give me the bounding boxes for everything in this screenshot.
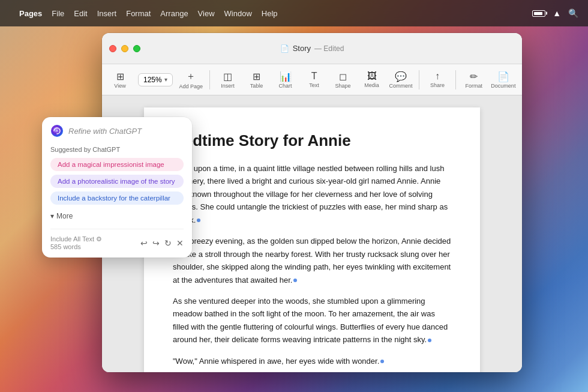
document-btn-icon: 📄 — [497, 71, 509, 82]
zoom-control[interactable]: 125% ▾ — [138, 73, 173, 86]
shape-label: Shape — [335, 83, 351, 89]
para-marker-3 — [428, 339, 431, 342]
spotlight-search-icon[interactable]: 🔍 — [568, 8, 578, 18]
panel-footer-actions: ↩ ↪ ↻ ✕ — [140, 238, 184, 248]
format-label: Format — [466, 83, 483, 89]
undo-button[interactable]: ↩ — [140, 238, 148, 248]
more-button[interactable]: ▾ More — [50, 211, 73, 222]
table-icon: ⊞ — [253, 71, 260, 82]
toolbar-shape-button[interactable]: ◻ Shape — [330, 68, 356, 91]
view-icon: ⊞ — [116, 71, 124, 82]
view-label: View — [114, 83, 125, 89]
refresh-button[interactable]: ↻ — [164, 238, 172, 248]
suggested-by-label: Suggested by ChatGPT — [50, 146, 184, 153]
shape-icon: ◻ — [339, 71, 347, 82]
suggestion-1[interactable]: Add a magical impressionist image — [50, 158, 184, 171]
document-page: Bedtime Story for Annie Once upon a time… — [144, 107, 480, 372]
chatgpt-panel: Refine with ChatGPT Suggested by ChatGPT… — [42, 117, 192, 258]
menubar: Pages File Edit Insert Format Arrange Vi… — [0, 0, 588, 26]
toolbar-divider-2 — [419, 70, 419, 89]
para-marker-4 — [380, 360, 384, 363]
battery-indicator — [532, 10, 545, 17]
toolbar-addpage-button[interactable]: ＋ Add Page — [178, 68, 205, 92]
text-label: Text — [309, 82, 319, 88]
format-icon: ✏ — [470, 71, 478, 82]
text-icon: T — [311, 71, 317, 82]
word-count: 585 words — [50, 243, 102, 250]
toolbar-view-group: ⊞ View — [107, 68, 133, 91]
paragraph-4: "Wow," Annie whispered in awe, her eyes … — [173, 355, 451, 367]
chevron-down-icon: ▾ — [50, 212, 54, 220]
menu-arrange[interactable]: Arrange — [160, 9, 188, 18]
addpage-icon: ＋ — [186, 70, 196, 83]
toolbar-share-button[interactable]: ↑ Share — [424, 68, 451, 91]
chart-label: Chart — [279, 83, 292, 89]
media-icon: 🖼 — [367, 71, 377, 82]
toolbar-format-button[interactable]: ✏ Format — [461, 68, 487, 91]
menu-insert[interactable]: Insert — [97, 9, 117, 18]
toolbar-divider-1 — [209, 70, 210, 89]
menu-view[interactable]: View — [198, 9, 215, 18]
panel-footer: Include All Text ⚙ 585 words ↩ ↪ ↻ ✕ — [50, 229, 184, 250]
toolbar-divider-3 — [455, 70, 456, 89]
wifi-icon: ▲ — [553, 8, 561, 18]
table-label: Table — [250, 83, 263, 89]
menu-help[interactable]: Help — [262, 9, 278, 18]
share-label: Share — [430, 82, 445, 88]
toolbar-view-button[interactable]: ⊞ View — [107, 68, 133, 91]
insert-label: Insert — [221, 83, 235, 89]
window-titlebar: 📄 Story — Edited — [102, 33, 522, 64]
window-minimize-button[interactable] — [121, 45, 128, 52]
traffic-lights — [109, 45, 140, 52]
menubar-right: ▲ 🔍 — [532, 8, 578, 18]
toolbar-table-button[interactable]: ⊞ Table — [244, 68, 270, 91]
toolbar-comment-button[interactable]: 💬 Comment — [388, 68, 415, 91]
menu-format[interactable]: Format — [126, 9, 151, 18]
share-icon: ↑ — [435, 71, 440, 82]
chatgpt-orb-icon — [50, 124, 64, 137]
chart-icon: 📊 — [280, 71, 292, 82]
toolbar-media-button[interactable]: 🖼 Media — [359, 68, 385, 91]
menu-edit[interactable]: Edit — [74, 9, 87, 18]
chatgpt-input-row: Refine with ChatGPT — [50, 124, 184, 137]
redo-button[interactable]: ↪ — [152, 238, 160, 248]
paragraph-2: One breezy evening, as the golden sun di… — [173, 235, 451, 286]
para-marker-1 — [197, 219, 200, 222]
paragraph-3: As she ventured deeper into the woods, s… — [173, 295, 451, 346]
toolbar-chart-button[interactable]: 📊 Chart — [272, 68, 299, 91]
close-button[interactable]: ✕ — [176, 238, 184, 248]
settings-icon[interactable]: ⚙ — [96, 235, 102, 243]
comment-icon: 💬 — [395, 71, 407, 82]
document-heading: Bedtime Story for Annie — [173, 131, 451, 150]
window-toolbar: ⊞ View 125% ▾ ＋ Add Page ◫ Insert ⊞ Tabl… — [102, 64, 522, 95]
suggestion-3[interactable]: Include a backstory for the caterpillar — [50, 191, 184, 205]
para-marker-2 — [293, 279, 297, 282]
suggestions-list: Add a magical impressionist image Add a … — [50, 158, 184, 205]
menubar-items: File Edit Insert Format Arrange View Win… — [52, 9, 532, 18]
document-icon: 📄 — [280, 44, 289, 53]
addpage-label: Add Page — [179, 83, 203, 89]
comment-label: Comment — [389, 83, 412, 89]
toolbar-insert-button[interactable]: ◫ Insert — [215, 68, 241, 91]
window-title-area: 📄 Story — Edited — [280, 44, 344, 53]
media-label: Media — [364, 82, 379, 88]
chatgpt-input-placeholder[interactable]: Refine with ChatGPT — [68, 127, 184, 136]
include-all-text-label: Include All Text ⚙ — [50, 235, 102, 243]
zoom-level: 125% — [143, 76, 162, 84]
paragraph-1: Once upon a time, in a quaint little vil… — [173, 162, 451, 226]
document-edited-status: — Edited — [314, 44, 344, 53]
suggestion-2[interactable]: Add a photorealistic image of the story — [50, 175, 184, 188]
toolbar-text-button[interactable]: T Text — [301, 68, 328, 91]
menu-file[interactable]: File — [52, 9, 64, 18]
insert-icon: ◫ — [223, 71, 232, 82]
zoom-dropdown-arrow: ▾ — [164, 76, 167, 83]
document-title: Story — [293, 44, 311, 53]
menu-window[interactable]: Window — [224, 9, 252, 18]
app-name[interactable]: Pages — [19, 9, 42, 18]
document-label: Document — [491, 83, 515, 89]
window-maximize-button[interactable] — [133, 45, 140, 52]
panel-footer-text: Include All Text ⚙ 585 words — [50, 235, 102, 250]
toolbar-document-button[interactable]: 📄 Document — [490, 68, 517, 91]
window-close-button[interactable] — [109, 45, 116, 52]
